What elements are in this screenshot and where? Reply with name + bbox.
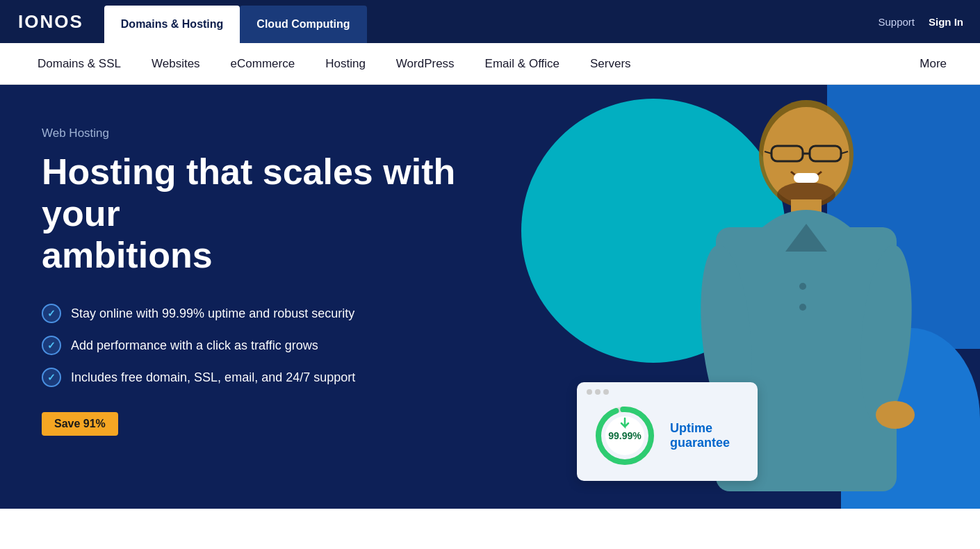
hero-features-list: Stay online with 99.99% uptime and robus… [42, 304, 528, 387]
svg-rect-18 [794, 173, 819, 183]
uptime-card-dots [587, 389, 609, 395]
dot-2 [595, 389, 601, 395]
svg-point-15 [876, 401, 915, 429]
hero-title: Hosting that scales with your ambitions [42, 151, 528, 276]
nav-item-email-office[interactable]: Email & Office [470, 43, 575, 84]
top-nav-cloud-computing[interactable]: Cloud Computing [240, 6, 366, 43]
sign-in-button[interactable]: Sign In [929, 16, 963, 28]
hero-content: Web Hosting Hosting that scales with you… [42, 126, 528, 436]
uptime-label1: Uptime [670, 421, 730, 436]
svg-point-17 [799, 304, 806, 311]
top-bar: IONOS Domains & Hosting Cloud Computing … [0, 0, 980, 43]
check-icon-1 [42, 304, 61, 323]
nav-item-wordpress[interactable]: WordPress [381, 43, 470, 84]
feature-item-1: Stay online with 99.99% uptime and robus… [42, 304, 528, 323]
dot-3 [603, 389, 609, 395]
uptime-card: 99.99% Uptime guarantee [577, 382, 758, 481]
secondary-nav: Domains & SSL Websites eCommerce Hosting… [0, 43, 980, 85]
nav-more[interactable]: More [908, 57, 958, 71]
top-bar-left: IONOS Domains & Hosting Cloud Computing [11, 0, 367, 43]
save-badge[interactable]: Save 91% [42, 412, 118, 436]
nav-item-ecommerce[interactable]: eCommerce [215, 43, 311, 84]
nav-item-servers[interactable]: Servers [575, 43, 646, 84]
check-icon-3 [42, 368, 61, 387]
top-bar-right: Support Sign In [878, 0, 963, 43]
support-link[interactable]: Support [878, 16, 915, 28]
nav-item-hosting[interactable]: Hosting [310, 43, 381, 84]
check-icon-2 [42, 336, 61, 355]
feature-item-2: Add performance with a click as traffic … [42, 336, 528, 355]
uptime-text: Uptime guarantee [670, 421, 730, 451]
hero-section: Web Hosting Hosting that scales with you… [0, 85, 980, 509]
brand-logo[interactable]: IONOS [11, 11, 90, 33]
top-nav-domains-hosting[interactable]: Domains & Hosting [104, 6, 240, 43]
uptime-circle: 99.99% [594, 404, 656, 467]
nav-item-domains-ssl[interactable]: Domains & SSL [22, 43, 136, 84]
hero-subtitle: Web Hosting [42, 126, 528, 140]
dot-1 [587, 389, 592, 395]
feature-item-3: Includes free domain, SSL, email, and 24… [42, 368, 528, 387]
uptime-label2: guarantee [670, 436, 730, 450]
svg-point-16 [799, 283, 806, 290]
hero-visuals: 99.99% Uptime guarantee [493, 85, 980, 509]
uptime-percentage: 99.99% [608, 430, 641, 441]
secondary-nav-items: Domains & SSL Websites eCommerce Hosting… [22, 43, 646, 84]
nav-item-websites[interactable]: Websites [136, 43, 215, 84]
